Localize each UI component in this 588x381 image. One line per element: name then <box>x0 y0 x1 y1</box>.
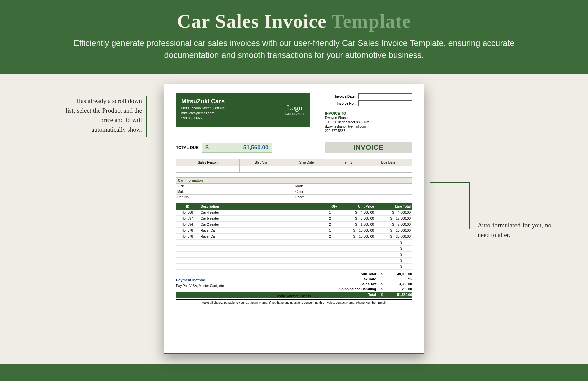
table-row-empty[interactable]: $ - <box>176 252 412 258</box>
invoice-no-label: Invoice No.: <box>325 102 358 105</box>
total-label: Total <box>332 293 379 297</box>
logo-sub: CARS COMPANY <box>285 112 304 115</box>
shipping-table: Sales Person Ship Via Ship Date Terms Du… <box>176 159 412 173</box>
table-row[interactable]: ID_678Racer Car1$ 10,000.00$ 10,000.00 <box>176 228 412 234</box>
cell-line: $ 20,000.00 <box>375 234 412 240</box>
col-qty: Qty <box>322 203 338 210</box>
col-salesperson: Sales Person <box>176 159 240 166</box>
cell-id: ID_568 <box>176 210 199 216</box>
color-label: Color: <box>294 189 321 195</box>
cell-id: ID_897 <box>176 216 199 222</box>
col-duedate: Due Date <box>364 159 412 166</box>
shipping-label: Shipping and Handling <box>332 287 379 291</box>
cell-desc: Car 5 seater <box>199 216 322 222</box>
table-row-empty[interactable]: $ - <box>176 258 412 264</box>
page-subtitle: Efficiently generate professional car sa… <box>50 37 538 61</box>
invoice-date-field[interactable] <box>358 93 412 99</box>
currency-symbol: $ <box>379 272 385 276</box>
model-label: Model: <box>294 184 321 189</box>
company-block: MitsuZuki Cars 8899 Landon Street 8888 N… <box>176 93 310 127</box>
total-due-amount: 51,560.00 <box>243 144 269 151</box>
table-row[interactable]: ID_897Car 5 seater2$ 6,000.00$ 12,000.00 <box>176 216 412 222</box>
cell-empty: $ - <box>375 246 412 252</box>
col-shipvia: Ship Via <box>240 159 282 166</box>
title-main: Car Sales Invoice <box>177 10 327 32</box>
cell-desc: Car 2 seater <box>199 222 322 228</box>
page-title: Car Sales Invoice Template <box>20 10 568 32</box>
invoice-to-heading: INVOICE TO <box>325 111 412 115</box>
bracket-left <box>146 96 156 137</box>
cell-unit: $ 1,000.00 <box>338 222 375 228</box>
price-label: Price: <box>294 195 321 200</box>
bill-email: dwayneshanon@email.com <box>325 125 412 128</box>
cell-line: $ 2,000.00 <box>375 222 412 228</box>
cell-id: ID_678 <box>176 228 199 234</box>
logo-text: Logo <box>285 103 304 112</box>
cell-id: ID_678 <box>176 234 199 240</box>
cell-qty: 1 <box>322 228 338 234</box>
footnote: Make all checks payable to Your Company … <box>176 299 412 304</box>
title-accent: Template <box>331 10 411 32</box>
bracket-right <box>430 182 470 229</box>
subtotal-label: Sub Total <box>332 272 379 276</box>
cell-empty: $ - <box>375 264 412 270</box>
annotation-left: Has already a scroll down list, select t… <box>65 96 142 134</box>
table-row[interactable]: ID_894Car 2 seater2$ 1,000.00$ 2,000.00 <box>176 222 412 228</box>
invoice-meta: Invoice Date: Invoice No.: <box>325 93 412 107</box>
table-row-empty[interactable]: $ - <box>176 240 412 246</box>
invoice-to-block: INVOICE TO Dwayne Shanon 10003 Hillson S… <box>325 111 412 133</box>
make-label: Make: <box>176 189 203 195</box>
col-shipdate: Ship Date <box>282 159 331 166</box>
taxrate-value: 7% <box>385 277 412 281</box>
cell-line: $ 10,000.00 <box>375 228 412 234</box>
bill-phone: 222 777 5555 <box>325 129 412 133</box>
items-table: ID Description Qty Unit Price Line Total… <box>176 203 412 270</box>
cell-unit: $ 10,000.00 <box>338 228 375 234</box>
stage: Has already a scroll down list, select t… <box>0 74 588 364</box>
color-value[interactable] <box>321 189 412 195</box>
reg-value[interactable] <box>203 195 294 200</box>
currency-symbol: $ <box>205 144 208 151</box>
total-due-row: TOTAL DUE: $ 51,560.00 INVOICE <box>176 142 412 153</box>
table-row[interactable]: ID_568Car 4 seater1$ 4,000.00$ 4,000.00 <box>176 210 412 216</box>
col-terms: Terms <box>331 159 364 166</box>
col-id: ID <box>176 203 199 210</box>
table-row-empty[interactable]: $ - <box>176 264 412 270</box>
currency-symbol: $ <box>379 293 385 297</box>
total-value: 51,560.00 <box>385 293 412 297</box>
col-desc: Description <box>199 203 322 210</box>
cell-qty: 1 <box>322 210 338 216</box>
cell-id: ID_894 <box>176 222 199 228</box>
col-line: Line Total <box>375 203 412 210</box>
table-row[interactable]: ID_678Racer Car2$ 10,000.00$ 20,000.00 <box>176 234 412 240</box>
invoice-date-label: Invoice Date: <box>325 95 358 98</box>
table-row-empty[interactable]: $ - <box>176 246 412 252</box>
model-value[interactable] <box>321 184 412 189</box>
price-value[interactable] <box>321 195 412 200</box>
bill-address: 10003 Hillson Street 8888 NY <box>325 120 412 124</box>
cell-line: $ 12,000.00 <box>375 216 412 222</box>
cell-empty: $ - <box>375 240 412 246</box>
currency-symbol: $ <box>379 282 385 286</box>
cell-desc: Car 4 seater <box>199 210 322 216</box>
taxrate-label: Tax Rate <box>332 277 379 281</box>
make-value[interactable] <box>203 189 294 195</box>
total-due-label: TOTAL DUE: <box>176 145 200 150</box>
annotation-right: Auto formulated for you, no need to alte… <box>478 221 551 240</box>
invoice-badge: INVOICE <box>325 142 412 153</box>
car-info: Car Information VIN: Model: Make: Color:… <box>176 177 412 200</box>
invoice-no-field[interactable] <box>358 100 412 106</box>
footer-bar <box>0 364 588 381</box>
salestax-label: Sales Tax <box>332 282 379 286</box>
cell-desc: Racer Car <box>199 228 322 234</box>
vin-value[interactable] <box>203 184 294 189</box>
vin-label: VIN: <box>176 184 203 189</box>
shipping-value: 200.00 <box>385 287 412 291</box>
cell-unit: $ 4,000.00 <box>338 210 375 216</box>
cell-empty: $ - <box>375 258 412 264</box>
cell-unit: $ 10,000.00 <box>338 234 375 240</box>
col-unit: Unit Price <box>338 203 375 210</box>
bill-name: Dwayne Shanon <box>325 116 412 120</box>
cell-qty: 2 <box>322 222 338 228</box>
cell-desc: Racer Car <box>199 234 322 240</box>
